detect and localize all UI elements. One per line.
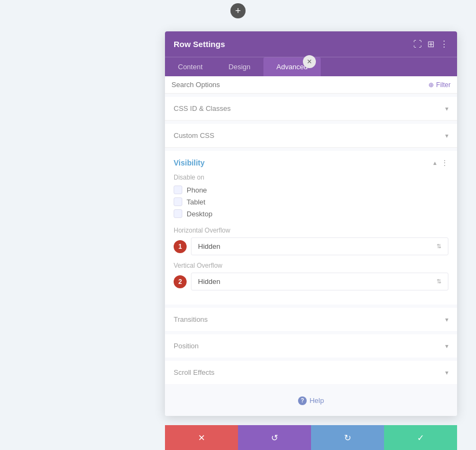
columns-icon[interactable]: ⊞ [427,39,434,49]
help-row: ? Help [165,384,457,416]
checkbox-desktop: Desktop [174,209,448,218]
position-label: Position [174,342,199,350]
horizontal-overflow-select[interactable]: Hidden ⇅ [191,237,448,255]
disable-on-label: Disable on [174,174,448,181]
chevron-down-icon: ▾ [445,342,448,350]
filter-button[interactable]: ⊕ Filter [428,81,451,89]
step-1-badge: 1 [174,240,187,253]
visibility-section: Visibility ▴ ⋮ Disable on Phone Tablet [165,151,457,305]
save-icon: ✓ [417,433,424,443]
position-section[interactable]: Position ▾ [165,334,457,358]
horizontal-overflow-group: Horizontal Overflow 1 Hidden ⇅ [174,227,448,255]
tab-content[interactable]: Content [165,57,216,76]
reset-button[interactable]: ↺ [238,425,311,450]
chevron-down-icon: ▾ [445,105,448,112]
header-icons: ⛶ ⊞ ⋮ [413,39,448,49]
css-id-section[interactable]: CSS ID & Classes ▾ [165,97,457,121]
fullscreen-icon[interactable]: ⛶ [413,39,422,49]
save-button[interactable]: ✓ [384,425,457,450]
panel-body: ⊕ Filter CSS ID & Classes ▾ Custom CSS ▾… [165,76,457,416]
cancel-button[interactable]: ✕ [165,425,238,450]
css-id-label: CSS ID & Classes [174,104,230,112]
step-2-badge: 2 [174,275,187,288]
search-bar: ⊕ Filter [165,76,457,94]
desktop-checkbox[interactable] [174,209,182,218]
chevron-down-icon: ▾ [445,369,448,376]
help-icon: ? [298,396,307,405]
horizontal-overflow-label: Horizontal Overflow [174,227,448,234]
tab-design[interactable]: Design [216,57,263,76]
redo-icon: ↻ [344,433,351,443]
filter-icon: ⊕ [428,81,434,89]
visibility-controls: ▴ ⋮ [433,158,448,167]
redo-button[interactable]: ↻ [311,425,384,450]
visibility-title: Visibility [174,158,204,167]
tablet-checkbox[interactable] [174,197,182,206]
search-input[interactable] [171,81,428,89]
visibility-header: Visibility ▴ ⋮ [174,158,448,167]
checkbox-tablet: Tablet [174,197,448,206]
help-label: Help [309,396,324,405]
row-settings-panel: Row Settings ⛶ ⊞ ⋮ Content Design Advanc… [165,31,457,416]
custom-css-section[interactable]: Custom CSS ▾ [165,124,457,148]
phone-checkbox[interactable] [174,186,182,194]
vertical-overflow-row: 2 Hidden ⇅ [174,273,448,290]
select-arrow-icon: ⇅ [437,243,441,250]
visibility-more-icon[interactable]: ⋮ [441,158,448,167]
more-options-icon[interactable]: ⋮ [440,39,448,49]
chevron-up-icon[interactable]: ▴ [433,159,437,167]
chevron-down-icon: ▾ [445,316,448,323]
vertical-overflow-label: Vertical Overflow [174,262,448,269]
horizontal-overflow-row: 1 Hidden ⇅ [174,237,448,255]
add-section-button[interactable]: + [230,3,246,18]
plus-icon: + [235,6,241,16]
custom-css-label: Custom CSS [174,131,214,140]
help-link[interactable]: ? Help [298,396,324,405]
transitions-section[interactable]: Transitions ▾ [165,308,457,331]
reset-icon: ↺ [271,433,278,443]
vertical-overflow-select[interactable]: Hidden ⇅ [191,273,448,290]
checkbox-phone: Phone [174,186,448,194]
phone-label: Phone [187,186,207,194]
desktop-label: Desktop [187,210,213,218]
scroll-effects-label: Scroll Effects [174,368,215,376]
tablet-label: Tablet [187,198,206,206]
close-panel-button[interactable]: ✕ [303,55,316,68]
cancel-icon: ✕ [198,433,205,443]
transitions-label: Transitions [174,315,208,323]
scroll-effects-section[interactable]: Scroll Effects ▾ [165,361,457,384]
panel-title: Row Settings [174,39,225,49]
close-icon: ✕ [307,58,312,65]
panel-header: Row Settings ⛶ ⊞ ⋮ [165,31,457,57]
checkbox-group: Phone Tablet Desktop [174,186,448,218]
chevron-down-icon: ▾ [445,132,448,140]
bottom-toolbar: ✕ ↺ ↻ ✓ [165,425,457,450]
select-arrow-icon: ⇅ [437,278,441,285]
vertical-overflow-group: Vertical Overflow 2 Hidden ⇅ [174,262,448,290]
